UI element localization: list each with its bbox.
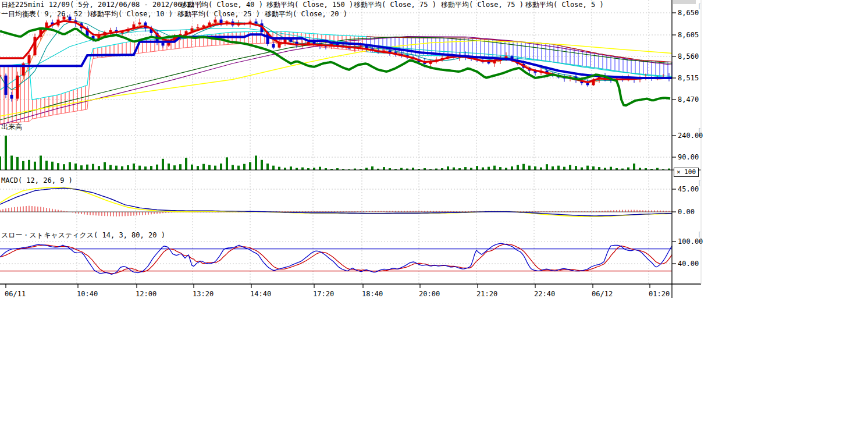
volume-bar [499, 167, 501, 170]
volume-bar [226, 157, 228, 170]
volume-bar [522, 164, 525, 170]
indicator-legend-item: 移動平均( Close, 75 ) [354, 1, 436, 9]
volume-bar [266, 164, 269, 170]
cloud-bottom-border-right [367, 52, 672, 78]
indicator-legend-item: 移動平均( Close, 150 ) [266, 1, 353, 9]
volume-bar [528, 166, 531, 170]
volume-bar [371, 166, 373, 170]
volume-bar [540, 168, 542, 170]
macd-panel-label: MACD( 12, 26, 9 ) [1, 176, 73, 185]
window-edge-strip [673, 0, 696, 4]
candle-body [586, 83, 589, 85]
volume-bar [92, 164, 94, 170]
volume-bar [557, 166, 560, 170]
volume-bar [598, 167, 600, 170]
volume-bar [133, 164, 135, 170]
volume-bar [156, 165, 158, 170]
volume-bar [301, 168, 304, 170]
candle-body [214, 20, 217, 23]
volume-bar [319, 167, 321, 170]
volume-bar [202, 164, 205, 170]
volume-bar [249, 162, 251, 170]
volume-bar [552, 166, 554, 170]
volume-bar [639, 168, 641, 170]
volume-bar [16, 157, 19, 170]
price-axis-label: 40.00 [678, 260, 699, 268]
candle-body [220, 20, 223, 24]
volume-bar [586, 166, 589, 170]
price-axis-label: 100.00 [678, 237, 703, 246]
volume-bar [45, 161, 48, 170]
volume-bar [290, 166, 292, 170]
volume-bar [383, 167, 385, 170]
volume-bar [464, 167, 467, 170]
candle-body [197, 27, 200, 29]
volume-bar [208, 165, 211, 170]
candle-body [5, 76, 8, 95]
time-axis-label: 01:20 [649, 290, 670, 298]
volume-bar [278, 167, 280, 170]
price-axis-label: 8,470 [678, 95, 699, 104]
volume-bar [563, 167, 565, 170]
price-axis-label: 0.00 [678, 208, 695, 216]
volume-bar [63, 164, 65, 170]
price-axis-label: 8,515 [678, 74, 699, 82]
volume-bar [534, 166, 536, 170]
volume-bar [488, 167, 490, 170]
candle-body [290, 40, 293, 42]
volume-bar [127, 165, 129, 170]
indicator-legend-item: 移動平均( Close, 40 ) [180, 1, 263, 9]
price-axis-label: 45.00 [678, 185, 699, 193]
volume-bar [604, 168, 606, 170]
volume-bar [138, 166, 141, 170]
indicator-legend-item: 移動平均( Close, 20 ) [265, 10, 347, 18]
candle-body [488, 62, 490, 63]
candle-body [109, 30, 112, 32]
candle-body [272, 44, 275, 48]
chart-canvas [0, 0, 721, 306]
volume-multiplier-box: × 100 [674, 168, 699, 177]
volume-bar [412, 168, 414, 170]
volume-bar [633, 164, 635, 170]
volume-bar [581, 168, 583, 170]
candle-body [138, 23, 141, 24]
volume-bar [80, 165, 83, 170]
volume-bar [10, 155, 13, 170]
macd-signal-line [0, 187, 672, 217]
candle-body [10, 95, 13, 99]
volume-bar [447, 166, 449, 170]
volume-bar [22, 161, 24, 170]
volume-bar [243, 164, 246, 170]
time-axis-label: 22:40 [534, 290, 555, 298]
time-axis-label: 20:00 [419, 290, 440, 298]
volume-bar [173, 165, 176, 170]
candle-body [191, 29, 194, 31]
volume-bar [656, 168, 659, 170]
time-axis-label: 14:40 [250, 290, 271, 298]
volume-bar [191, 165, 193, 170]
volume-bar [168, 164, 170, 170]
volume-bar [476, 166, 478, 170]
volume-bar [505, 168, 507, 170]
chikou-green-line [0, 29, 670, 105]
indicator-legend-item: 移動平均( Close, 10 ) [90, 10, 173, 18]
volume-bar [569, 165, 571, 170]
volume-bar [592, 166, 595, 170]
price-axis-label: 90.00 [678, 153, 699, 161]
candle-body [28, 55, 31, 63]
volume-bar [98, 166, 100, 170]
stoch-panel-label: スロー・ストキャスティクス( 14, 3, 80, 20 ) [1, 231, 165, 239]
volume-bar [57, 163, 59, 170]
volume-bar [493, 166, 496, 170]
price-axis-label: 8,560 [678, 52, 699, 61]
time-axis-label: 21:20 [476, 290, 497, 298]
volume-bar [296, 168, 298, 170]
volume-bar [470, 168, 472, 170]
indicator-legend-item: 移動平均( Close, 75 ) [441, 1, 524, 9]
volume-bar [40, 155, 42, 170]
volume-bar [109, 165, 112, 170]
volume-bar [400, 168, 403, 170]
time-axis-label: 06/12 [592, 290, 613, 298]
candle-body [0, 76, 2, 77]
stoch-d-line [0, 244, 672, 274]
